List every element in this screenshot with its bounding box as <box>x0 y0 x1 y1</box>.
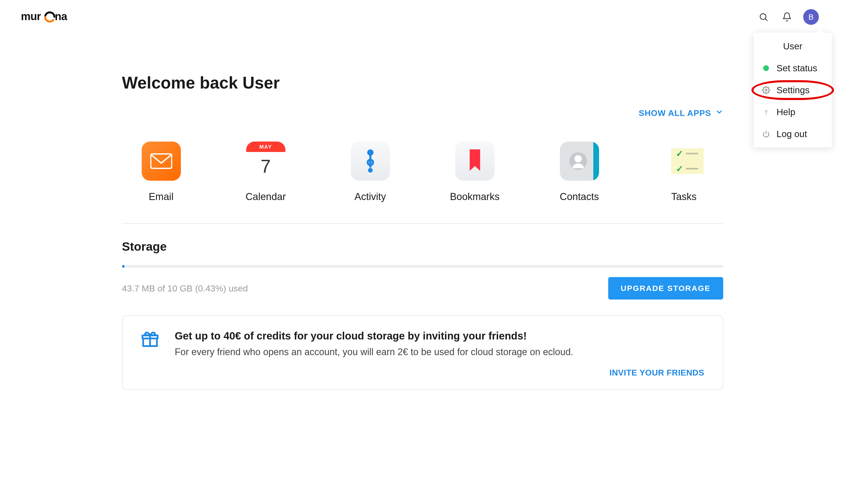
svg-rect-9 <box>151 154 172 168</box>
invite-card: Get up to 40€ of credits for your cloud … <box>122 315 723 390</box>
user-menu-logout[interactable]: Log out <box>754 123 832 145</box>
brand-logo[interactable]: mur na <box>16 11 89 23</box>
chevron-down-icon <box>715 108 723 118</box>
tasks-icon: ✓ ✓ <box>665 142 704 181</box>
storage-progress-fill <box>122 265 125 268</box>
gear-icon <box>761 85 771 95</box>
app-activity-label: Activity <box>355 191 386 202</box>
header: mur na B User <box>0 0 845 26</box>
user-menu-username: User <box>754 35 832 57</box>
calendar-month-label: MAY <box>246 142 286 152</box>
status-dot-icon <box>761 64 771 73</box>
calendar-day-label: 7 <box>246 152 286 181</box>
app-activity[interactable]: Activity <box>344 142 396 202</box>
apps-grid: Email MAY 7 Calendar Activity <box>122 142 723 224</box>
show-all-apps-button[interactable]: SHOW ALL APPS <box>122 108 723 118</box>
app-email[interactable]: Email <box>135 142 187 202</box>
app-calendar[interactable]: MAY 7 Calendar <box>240 142 292 202</box>
app-tasks[interactable]: ✓ ✓ Tasks <box>658 142 710 202</box>
question-icon <box>761 107 771 117</box>
email-icon <box>142 142 181 181</box>
gift-icon <box>141 330 159 349</box>
svg-point-15 <box>574 155 582 162</box>
user-menu-dropdown: User Set status Settings <box>754 33 832 147</box>
welcome-heading: Welcome back User <box>122 73 723 92</box>
svg-point-13 <box>368 168 373 173</box>
user-menu-logout-label: Log out <box>777 129 807 139</box>
user-menu-help[interactable]: Help <box>754 101 832 123</box>
calendar-icon: MAY 7 <box>246 142 286 181</box>
storage-progress-bar <box>122 265 723 268</box>
invite-subtitle: For every friend who opens an account, y… <box>175 346 573 358</box>
app-email-label: Email <box>149 191 174 202</box>
main-content: Welcome back User SHOW ALL APPS Email MA… <box>122 73 723 390</box>
storage-title: Storage <box>122 239 723 254</box>
app-contacts-label: Contacts <box>560 191 599 202</box>
app-bookmarks-label: Bookmarks <box>450 191 499 202</box>
svg-text:mur: mur <box>21 11 41 22</box>
app-calendar-label: Calendar <box>245 191 286 202</box>
app-tasks-label: Tasks <box>671 191 696 202</box>
power-icon <box>761 129 771 139</box>
invite-title: Get up to 40€ of credits for your cloud … <box>175 330 573 342</box>
user-menu-settings[interactable]: Settings <box>754 79 832 101</box>
svg-text:na: na <box>55 11 68 22</box>
storage-usage-text: 43.7 MB of 10 GB (0.43%) used <box>122 283 248 293</box>
activity-icon <box>351 142 390 181</box>
header-actions: B User Set status Settings <box>756 9 834 25</box>
upgrade-storage-button[interactable]: UPGRADE STORAGE <box>608 277 723 300</box>
notifications-icon[interactable] <box>780 10 794 24</box>
bookmark-icon <box>455 142 495 181</box>
user-menu-set-status-label: Set status <box>777 63 817 73</box>
avatar[interactable]: B <box>803 9 819 25</box>
app-contacts[interactable]: Contacts <box>553 142 606 202</box>
contacts-icon <box>560 142 599 181</box>
svg-line-5 <box>765 19 768 21</box>
show-all-apps-label: SHOW ALL APPS <box>639 108 711 118</box>
search-icon[interactable] <box>756 10 771 24</box>
storage-section: Storage 43.7 MB of 10 GB (0.43%) used UP… <box>122 239 723 300</box>
app-bookmarks[interactable]: Bookmarks <box>449 142 501 202</box>
user-menu-settings-label: Settings <box>777 85 809 95</box>
avatar-initial: B <box>808 13 814 21</box>
user-menu-set-status[interactable]: Set status <box>754 57 832 79</box>
svg-point-6 <box>765 89 767 91</box>
svg-point-7 <box>766 113 766 114</box>
user-menu-username-label: User <box>783 41 803 51</box>
invite-friends-button[interactable]: INVITE YOUR FRIENDS <box>609 368 704 378</box>
user-menu-help-label: Help <box>777 107 795 117</box>
